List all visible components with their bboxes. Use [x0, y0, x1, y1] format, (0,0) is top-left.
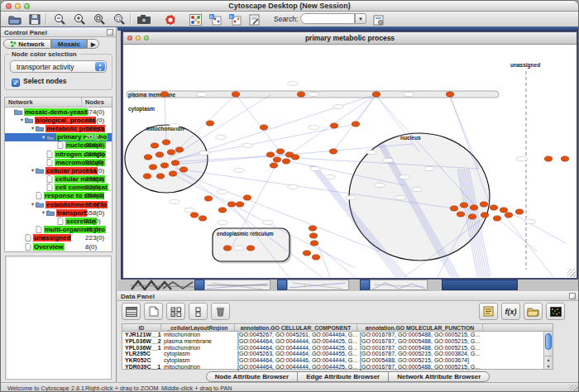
- node-label-capsule[interactable]: [333, 104, 344, 108]
- network-node[interactable]: [446, 92, 453, 97]
- zoom-window-icon[interactable]: [24, 3, 30, 9]
- node-label-capsule[interactable]: [525, 219, 536, 223]
- network-node[interactable]: [372, 92, 380, 97]
- network-node[interactable]: [352, 122, 359, 127]
- float-panel-icon[interactable]: [569, 293, 576, 299]
- tree-row[interactable]: Overview8(0): [5, 242, 112, 251]
- background-window-thumb[interactable]: [204, 280, 270, 290]
- background-window-fragment[interactable]: [194, 280, 204, 290]
- table-cell[interactable]: YJR121W__1: [122, 332, 161, 338]
- network-node[interactable]: [309, 226, 316, 231]
- minimize-view-icon[interactable]: [136, 36, 141, 41]
- scrollbar-arrows[interactable]: ▲▼: [544, 356, 553, 369]
- open-icon[interactable]: [6, 12, 24, 26]
- expander-icon[interactable]: ▼: [41, 210, 46, 215]
- tree-row[interactable]: ▼cellular process614(0): [5, 166, 112, 174]
- network-node[interactable]: [156, 174, 164, 179]
- network-node[interactable]: [206, 121, 213, 126]
- table-row[interactable]: YJR121W__1mitochondrion[GO:0045267, GO:0…: [122, 332, 553, 338]
- tab-mosaic[interactable]: Mosaic: [51, 39, 87, 49]
- tree-row[interactable]: ▼biological_process651(0): [5, 116, 112, 124]
- table-cell[interactable]: YDR039C__1: [122, 364, 161, 370]
- node-label-capsule[interactable]: [424, 166, 435, 170]
- node-label-capsule[interactable]: [234, 168, 245, 172]
- network-node[interactable]: [481, 213, 488, 218]
- tree-col-nodes[interactable]: Nodes: [82, 98, 112, 107]
- node-color-select[interactable]: transporter activity ▲▼: [10, 60, 107, 73]
- network-node[interactable]: [232, 92, 239, 97]
- attribute-select-icon[interactable]: [122, 303, 141, 320]
- network-node[interactable]: [470, 205, 477, 210]
- network-node[interactable]: [204, 196, 212, 201]
- background-window-fragment[interactable]: [277, 280, 287, 290]
- network-node[interactable]: [167, 150, 175, 155]
- tab-network-attribute-browser[interactable]: Network Attribute Browser: [389, 371, 490, 382]
- tree-row[interactable]: secretion41(0): [5, 217, 112, 225]
- node-label-capsule[interactable]: [288, 81, 299, 85]
- minimize-window-icon[interactable]: [15, 3, 21, 9]
- network-node[interactable]: [273, 157, 280, 162]
- tree-row[interactable]: ▼metabolic process280(0): [5, 124, 112, 132]
- tab-edge-attribute-browser[interactable]: Edge Attribute Browser: [298, 371, 389, 382]
- network-node[interactable]: [330, 123, 337, 128]
- tree-row[interactable]: mosaic-demo-yeast874(0): [5, 108, 112, 116]
- tree-row[interactable]: unassigned223(0): [5, 234, 112, 242]
- network-node[interactable]: [468, 214, 476, 219]
- edge[interactable]: [314, 243, 355, 277]
- table-cell[interactable]: [GO:0044464, GO:0044446, GO:0044444, G..…: [235, 357, 357, 364]
- network-node[interactable]: [291, 155, 299, 160]
- node-label-capsule[interactable]: [383, 158, 394, 162]
- network-node[interactable]: [160, 163, 168, 168]
- table-column-header[interactable]: annotation.GO CELLULAR_COMPONENT: [235, 324, 357, 331]
- table-column-header[interactable]: annotation.GO MOLECULAR_FUNCTION: [357, 324, 483, 331]
- table-cell[interactable]: plasma membrane: [161, 338, 235, 345]
- node-label-capsule[interactable]: [366, 150, 377, 154]
- network-node[interactable]: [490, 205, 497, 210]
- network-node[interactable]: [162, 140, 170, 145]
- import-attributes-icon[interactable]: [524, 303, 543, 320]
- table-cell[interactable]: cytoplasm: [161, 357, 235, 364]
- tree-col-network[interactable]: Network: [5, 98, 82, 107]
- table-cell[interactable]: [GO:0044464, GO:0044444, GO:0044425, G..…: [235, 345, 357, 351]
- node-label-capsule[interactable]: [375, 183, 385, 187]
- tab-node-attribute-browser[interactable]: Node Attribute Browser: [206, 371, 299, 382]
- node-label-capsule[interactable]: [170, 199, 180, 203]
- search-dropdown-icon[interactable]: ▼: [355, 13, 366, 24]
- network-node[interactable]: [156, 152, 163, 157]
- more-tabs-icon[interactable]: ▶: [87, 39, 99, 49]
- table-cell[interactable]: [GO:0016787, GO:0005488, GO:0005215, G..…: [357, 364, 483, 370]
- network-node[interactable]: [457, 212, 464, 217]
- node-label-capsule[interactable]: [234, 246, 245, 250]
- select-attributes-icon[interactable]: [166, 303, 185, 320]
- table-scrollbar[interactable]: ▲▼: [543, 332, 553, 369]
- network-node[interactable]: [276, 149, 284, 154]
- network-node[interactable]: [500, 208, 507, 213]
- network-node[interactable]: [450, 206, 457, 211]
- delete-attribute-icon[interactable]: [211, 303, 230, 320]
- table-column-header[interactable]: _cellularLayoutRegion: [161, 324, 235, 331]
- search-input[interactable]: [300, 13, 355, 24]
- edge[interactable]: [175, 94, 376, 160]
- node-label-capsule[interactable]: [400, 174, 410, 179]
- node-label-capsule[interactable]: [404, 92, 414, 96]
- annotation-icon[interactable]: [246, 12, 264, 26]
- table-row[interactable]: YPL036W__2plasma membrane[GO:0044464, GO…: [122, 338, 553, 345]
- node-label-capsule[interactable]: [288, 184, 299, 189]
- tree-row[interactable]: cellular metabo209(0): [5, 175, 112, 184]
- tree-row[interactable]: ▼primary metabo209(...: [5, 133, 112, 141]
- network-node[interactable]: [246, 246, 254, 251]
- search-options-icon[interactable]: [370, 12, 388, 26]
- node-label-capsule[interactable]: [218, 220, 228, 224]
- help-icon[interactable]: [161, 12, 179, 26]
- network-node[interactable]: [460, 203, 467, 208]
- close-window-icon[interactable]: [6, 3, 12, 9]
- network-node[interactable]: [151, 143, 158, 148]
- expander-icon[interactable]: ▼: [19, 117, 25, 122]
- table-cell[interactable]: YPL036W__2: [122, 338, 161, 345]
- node-label-capsule[interactable]: [197, 92, 208, 96]
- network-node[interactable]: [312, 255, 319, 260]
- view-resize-grip[interactable]: [567, 269, 576, 277]
- network-node[interactable]: [179, 167, 187, 172]
- window-resize-grip[interactable]: [569, 385, 578, 392]
- network-node[interactable]: [199, 216, 206, 221]
